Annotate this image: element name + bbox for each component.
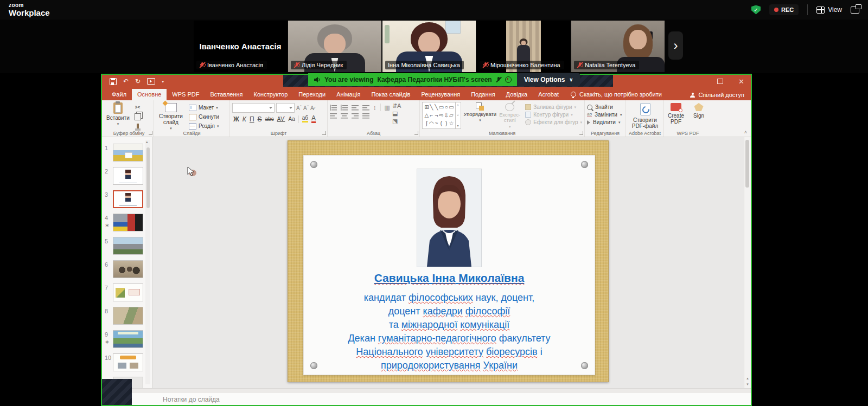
shape-glyph-icon[interactable]: ⇨ [439, 113, 443, 118]
decrease-indent-button[interactable] [352, 105, 359, 111]
shape-glyph-icon[interactable]: ʃ [426, 121, 427, 126]
shape-glyph-icon[interactable]: ☆ [449, 121, 454, 126]
bullets-button[interactable] [330, 105, 337, 111]
video-tile[interactable]: Мірошніченко Валентина [477, 21, 570, 72]
convert-smartart-button[interactable]: ⬔ [392, 118, 401, 124]
bold-button[interactable]: Ж [233, 116, 239, 123]
save-icon[interactable] [110, 78, 117, 85]
video-tile[interactable]: Іванченко АнастасіяІванченко Анастасія [194, 21, 287, 72]
next-participants-button[interactable]: › [668, 31, 683, 60]
notes-bar[interactable]: Нотатки до слайда [102, 388, 751, 405]
layout-button[interactable]: Макет▾ [189, 104, 219, 112]
slide-thumbnail-row[interactable]: 9∗ [102, 328, 152, 351]
shape-glyph-icon[interactable]: △ [425, 113, 429, 118]
align-text-button[interactable]: ⬓ [392, 111, 401, 117]
character-spacing-button[interactable]: АѴ [277, 117, 285, 122]
slide-thumbnail[interactable] [113, 353, 143, 371]
ribbon-tab-довідка[interactable]: Довідка [501, 89, 533, 100]
ribbon-tab-подання[interactable]: Подання [465, 89, 500, 100]
thumbnails-scrollbar[interactable] [145, 140, 150, 384]
redo-icon[interactable]: ↻ [135, 78, 141, 85]
select-button[interactable]: Виділити▾ [587, 119, 623, 125]
shape-glyph-icon[interactable]: ¬ [435, 113, 438, 118]
wps-sign-button[interactable]: Sign [689, 103, 709, 125]
replace-button[interactable]: abЗамінити▾ [587, 112, 623, 118]
shape-glyph-icon[interactable]: ╲ [430, 105, 433, 110]
reset-button[interactable]: Скинути [189, 113, 219, 121]
grow-font-icon[interactable]: Аˆ [296, 105, 302, 111]
slide-thumbnail[interactable] [113, 260, 143, 278]
format-painter-button[interactable] [132, 122, 143, 131]
slide-thumbnail-row[interactable]: 1 [102, 141, 152, 165]
dialog-launcher-icon[interactable] [322, 131, 326, 135]
restore-window-icon[interactable] [717, 79, 723, 84]
numbering-button[interactable] [341, 105, 348, 111]
ribbon-tab-рецензування[interactable]: Рецензування [416, 89, 465, 100]
slide-body-text[interactable]: кандидат філософських наук, доцент,доцен… [304, 291, 595, 372]
arrange-button[interactable]: Упорядкувати ▾ [464, 102, 497, 131]
font-name-combo[interactable] [232, 103, 275, 113]
dialog-launcher-icon[interactable] [414, 131, 418, 135]
clear-formatting-icon[interactable]: А̷ [310, 105, 314, 111]
italic-button[interactable]: К [242, 116, 246, 123]
line-spacing-button[interactable]: ↕ [373, 105, 376, 111]
slide-thumbnail-row[interactable]: 3 [102, 188, 152, 211]
change-case-button[interactable]: Аа [288, 117, 295, 122]
slide-thumbnail[interactable] [113, 190, 143, 208]
slide-thumbnail-row[interactable]: 2 [102, 165, 152, 188]
tell-me-box[interactable]: Скажіть, що потрібно зробити [564, 89, 668, 100]
slide-canvas[interactable]: Савицька Інна Миколаївна кандидат філосо… [288, 140, 609, 382]
shadow-button[interactable]: abc [265, 117, 274, 122]
shape-glyph-icon[interactable]: ~ [435, 121, 438, 126]
text-direction-button[interactable]: ⇵А [392, 103, 401, 109]
shape-glyph-icon[interactable]: ╲ [435, 105, 438, 110]
shape-glyph-icon[interactable]: ○ [445, 105, 448, 110]
slide-thumbnail[interactable] [113, 283, 143, 301]
ribbon-tab-анімація[interactable]: Анімація [331, 89, 366, 100]
collapse-ribbon-icon[interactable]: ˄ [744, 130, 747, 135]
slide-title[interactable]: Савицька Інна Миколаївна [304, 272, 595, 285]
strikethrough-button[interactable]: S [258, 116, 262, 123]
ribbon-tab-вставлення[interactable]: Вставлення [205, 89, 248, 100]
slide-thumbnail-row[interactable]: 6 [102, 258, 152, 281]
slide-thumbnail[interactable] [113, 214, 143, 231]
shape-glyph-icon[interactable]: ⌐ [430, 113, 433, 118]
slide-thumbnail-row[interactable]: 10 [102, 351, 152, 375]
wps-create-pdf-button[interactable]: Create PDF [666, 103, 686, 125]
ribbon-tab-показ-слайдів[interactable]: Показ слайдів [366, 89, 416, 100]
shape-glyph-icon[interactable]: ) [445, 121, 447, 126]
increase-indent-button[interactable] [362, 105, 369, 111]
ribbon-tab-wps-pdf[interactable]: WPS PDF [167, 89, 205, 100]
shape-effects-button[interactable]: Ефекти для фігур▾ [525, 119, 582, 125]
shape-glyph-icon[interactable]: ◠ [429, 121, 434, 126]
view-button[interactable]: View [816, 6, 842, 14]
shape-glyph-icon[interactable]: ▱ [449, 113, 454, 118]
undo-icon[interactable]: ↶ [123, 78, 129, 85]
ribbon-tab-основне[interactable]: Основне [132, 89, 167, 100]
previous-slide-icon[interactable]: ▴ [746, 376, 749, 381]
start-slideshow-icon[interactable] [147, 78, 155, 85]
video-tile[interactable]: Nataliia Terentyeva [571, 21, 665, 72]
font-color-button[interactable]: А [311, 115, 316, 123]
new-slide-button[interactable]: Створити слайд ▾ [156, 102, 186, 131]
dialog-launcher-icon[interactable] [579, 131, 583, 135]
ribbon-tab-переходи[interactable]: Переходи [293, 89, 331, 100]
shape-glyph-icon[interactable]: ( [441, 121, 442, 126]
ribbon-tab-файл[interactable]: Файл [106, 89, 132, 100]
customize-qat-icon[interactable]: ▾ [162, 79, 164, 84]
shape-glyph-icon[interactable]: ⇩ [444, 113, 448, 118]
dialog-launcher-icon[interactable] [149, 131, 152, 135]
close-window-icon[interactable]: ✕ [738, 78, 744, 85]
window-mode-icon[interactable] [851, 7, 859, 14]
align-left-button[interactable] [330, 113, 337, 119]
align-right-button[interactable] [352, 113, 359, 119]
shape-glyph-icon[interactable]: ▭ [439, 105, 444, 110]
copy-button[interactable] [132, 113, 143, 121]
quick-styles-button[interactable]: Експрес-стилі ▾ [499, 102, 520, 131]
find-button[interactable]: Знайти [587, 104, 623, 110]
slide-scrollbar[interactable]: ▴▾ [744, 137, 751, 389]
cut-button[interactable]: ✂ [132, 103, 143, 112]
shapes-scrollbar[interactable]: ˄˅▾ [455, 102, 461, 128]
slide-thumbnail-row[interactable]: 7 [102, 281, 152, 305]
align-center-button[interactable] [341, 113, 348, 119]
